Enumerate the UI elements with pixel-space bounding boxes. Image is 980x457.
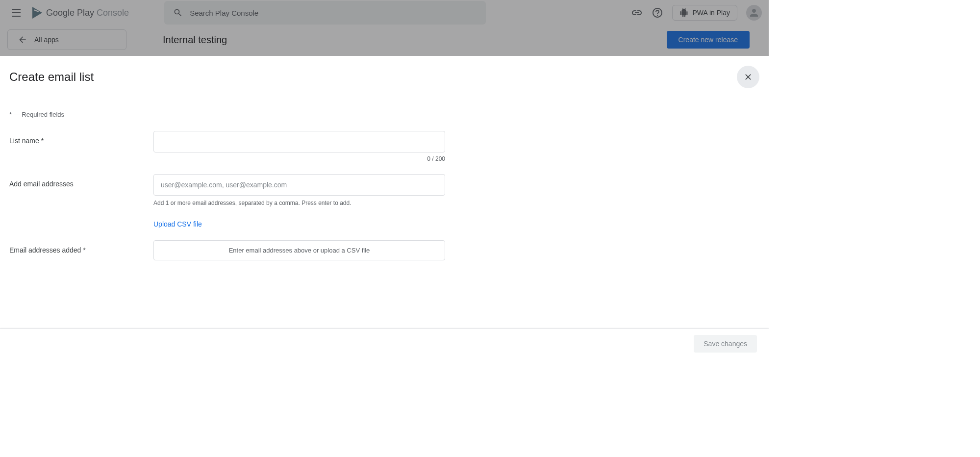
modal-body: * — Required fields List name* 0 / 200 A… xyxy=(0,88,769,329)
modal-header: Create email list xyxy=(0,56,769,88)
list-name-input[interactable] xyxy=(153,131,445,152)
close-button[interactable] xyxy=(737,66,759,88)
add-emails-label: Add email addresses xyxy=(9,174,153,228)
add-emails-help-text: Add 1 or more email addresses, separated… xyxy=(153,200,445,206)
required-fields-note: * — Required fields xyxy=(9,111,759,118)
list-name-row: List name* 0 / 200 xyxy=(9,131,759,162)
modal-title: Create email list xyxy=(9,70,94,84)
add-emails-input[interactable] xyxy=(153,174,445,196)
upload-csv-link[interactable]: Upload CSV file xyxy=(153,220,202,228)
create-email-list-modal: Create email list * — Required fields Li… xyxy=(0,56,769,358)
add-emails-row: Add email addresses Add 1 or more email … xyxy=(9,174,759,228)
emails-added-row: Email addresses added* Enter email addre… xyxy=(9,240,759,260)
emails-added-empty-box: Enter email addresses above or upload a … xyxy=(153,240,445,260)
modal-footer: Save changes xyxy=(0,329,769,358)
save-changes-button[interactable]: Save changes xyxy=(694,335,757,353)
modal-scrim xyxy=(0,0,769,56)
emails-added-label: Email addresses added* xyxy=(9,240,153,260)
list-name-char-count: 0 / 200 xyxy=(153,155,445,162)
list-name-label: List name* xyxy=(9,131,153,162)
close-icon xyxy=(743,72,753,82)
